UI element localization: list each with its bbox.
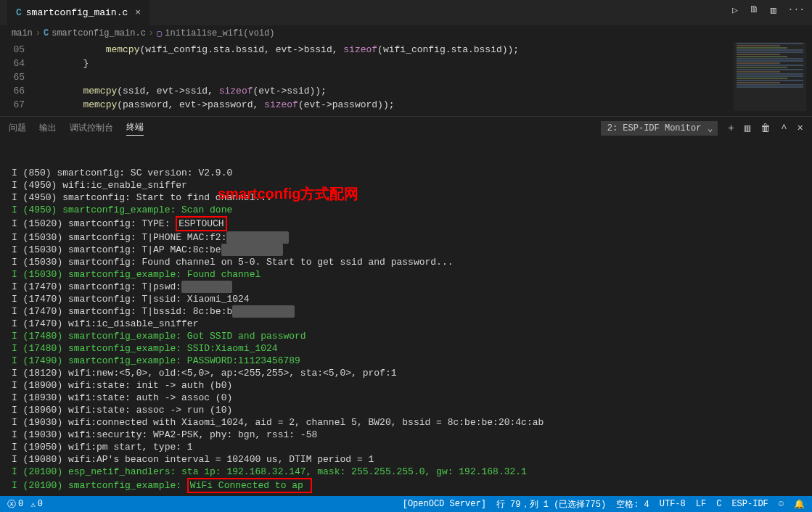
status-idf[interactable]: ESP-IDF bbox=[731, 499, 768, 509]
code-line: 65 bbox=[0, 70, 812, 84]
terminal-line: I (17470) smartconfig: T|pswd: bbox=[12, 281, 806, 293]
error-icon: ⓧ bbox=[7, 498, 16, 511]
terminal-line: I (17470) smartconfig: T|bssid: 8c:be:b bbox=[12, 305, 806, 318]
breadcrumb-item[interactable]: main bbox=[12, 28, 33, 38]
title-actions: ▷ 🗎 ▥ ··· bbox=[732, 4, 805, 16]
c-file-icon: C bbox=[44, 28, 49, 38]
code-text[interactable]: memcpy(ssid, evt->ssid, sizeof(evt->ssid… bbox=[38, 84, 327, 98]
terminal-line: I (19030) wifi:security: WPA2-PSK, phy: … bbox=[12, 429, 806, 441]
breadcrumb[interactable]: main › C smartconfig_main.c › ▢ initiali… bbox=[0, 25, 812, 41]
status-bar: ⓧ 0 ⚠ 0 [OpenOCD Server] 行 79，列 1 (已选择77… bbox=[0, 496, 812, 512]
status-language[interactable]: C bbox=[716, 499, 721, 509]
terminal-line: I (17470) smartconfig: T|ssid: Xiaomi_10… bbox=[12, 293, 806, 305]
terminal-line: I (15020) smartconfig: TYPE: ESPTOUCH bbox=[12, 216, 806, 231]
terminal-line: I (15030) smartconfig: T|AP MAC:8c:be bbox=[12, 244, 806, 256]
line-number: 67 bbox=[0, 98, 38, 112]
terminal-line: I (4950) smartconfig: Start to find chan… bbox=[12, 191, 806, 204]
tab-debug-console[interactable]: 调试控制台 bbox=[70, 122, 113, 134]
terminal-line: I (23120) smartconfig_example: smartconf… bbox=[12, 493, 806, 495]
close-icon[interactable]: × bbox=[135, 7, 141, 18]
breadcrumb-file[interactable]: smartconfig_main.c bbox=[52, 28, 146, 38]
tab-bar: C smartconfig_main.c × ▷ 🗎 ▥ ··· bbox=[0, 0, 812, 25]
line-number: 65 bbox=[0, 70, 38, 84]
terminal-line: I (17480) smartconfig_example: SSID:Xiao… bbox=[12, 342, 806, 355]
maximize-icon[interactable]: ^ bbox=[781, 123, 787, 134]
terminal-selector[interactable]: 2: ESP-IDF Monitor bbox=[601, 121, 718, 136]
tab-filename: smartconfig_main.c bbox=[26, 7, 128, 18]
status-errors[interactable]: ⓧ 0 bbox=[7, 498, 23, 511]
breadcrumb-func[interactable]: initialise_wifi(void) bbox=[165, 28, 274, 38]
code-line: 67 memcpy(password, evt->password, sizeo… bbox=[0, 98, 812, 112]
status-openocd[interactable]: [OpenOCD Server] bbox=[403, 499, 486, 509]
tab-problems[interactable]: 问题 bbox=[9, 122, 26, 134]
terminal-line: I (15030) smartconfig_example: Found cha… bbox=[12, 268, 806, 281]
annotation-text: smartconfig方式配网 bbox=[218, 188, 358, 200]
panel-actions: 2: ESP-IDF Monitor + ▥ 🗑 ^ × bbox=[601, 121, 803, 136]
terminal-line: I (19030) wifi:connected with Xiaomi_102… bbox=[12, 416, 806, 429]
editor[interactable]: 05 memcpy(wifi_config.sta.bssid, evt->bs… bbox=[0, 41, 812, 116]
run-icon[interactable]: ▷ bbox=[732, 4, 738, 16]
code-line: 66 memcpy(ssid, evt->ssid, sizeof(evt->s… bbox=[0, 84, 812, 98]
line-number: 64 bbox=[0, 57, 38, 70]
terminal-line: I (19050) wifi:pm start, type: 1 bbox=[12, 441, 806, 453]
terminal-line: I (4950) smartconfig_example: Scan done bbox=[12, 204, 806, 216]
new-terminal-icon[interactable]: + bbox=[728, 123, 734, 134]
trash-icon[interactable]: 🗑 bbox=[760, 123, 771, 134]
minimap[interactable] bbox=[734, 42, 806, 111]
line-number: 66 bbox=[0, 84, 38, 98]
terminal-line: I (18930) wifi:state: auth -> assoc (0) bbox=[12, 392, 806, 404]
split-editor-icon[interactable]: ▥ bbox=[771, 4, 776, 16]
code-text[interactable]: memcpy(password, evt->password, sizeof(e… bbox=[38, 98, 395, 112]
code-text[interactable]: } bbox=[38, 57, 89, 70]
terminal-line: I (18960) wifi:state: assoc -> run (10) bbox=[12, 404, 806, 416]
terminal-line: I (15030) smartconfig: Found channel on … bbox=[12, 256, 806, 268]
bell-icon[interactable]: 🔔 bbox=[794, 499, 805, 510]
terminal-line: I (20100) esp_netif_handlers: sta ip: 19… bbox=[12, 466, 806, 478]
terminal-line: I (4950) wifi:ic_enable_sniffer bbox=[12, 179, 806, 191]
tab-output[interactable]: 输出 bbox=[39, 122, 57, 134]
status-spaces[interactable]: 空格: 4 bbox=[616, 498, 649, 511]
editor-tab[interactable]: C smartconfig_main.c × bbox=[7, 0, 149, 25]
terminal-line: I (17490) smartconfig_example: PASSWORD:… bbox=[12, 355, 806, 367]
chevron-right-icon: › bbox=[149, 28, 154, 38]
terminal-output[interactable]: smartconfig方式配网 I (850) smartconfig: SC … bbox=[0, 139, 812, 495]
terminal-line: I (20100) smartconfig_example: WiFi Conn… bbox=[12, 478, 806, 493]
chevron-right-icon: › bbox=[36, 28, 41, 38]
warning-icon: ⚠ bbox=[30, 500, 36, 509]
close-panel-icon[interactable]: × bbox=[797, 123, 803, 134]
panel-bar: 问题 输出 调试控制台 终端 2: ESP-IDF Monitor + ▥ 🗑 … bbox=[0, 116, 812, 139]
terminal-line: I (850) smartconfig: SC version: V2.9.0 bbox=[12, 167, 806, 179]
more-icon[interactable]: ··· bbox=[788, 4, 805, 16]
terminal-line: I (18900) wifi:state: init -> auth (b0) bbox=[12, 379, 806, 392]
file-icon[interactable]: 🗎 bbox=[750, 4, 759, 16]
split-terminal-icon[interactable]: ▥ bbox=[745, 122, 750, 134]
terminal-line: I (18120) wifi:new:<5,0>, old:<5,0>, ap:… bbox=[12, 367, 806, 379]
status-cursor[interactable]: 行 79，列 1 (已选择775) bbox=[496, 498, 606, 511]
terminal-line: I (17470) wifi:ic_disable_sniffer bbox=[12, 318, 806, 330]
status-eol[interactable]: LF bbox=[696, 499, 706, 509]
code-line: 64 } bbox=[0, 57, 812, 70]
code-line: 05 memcpy(wifi_config.sta.bssid, evt->bs… bbox=[0, 43, 812, 57]
line-number: 05 bbox=[0, 43, 38, 57]
c-file-icon: C bbox=[16, 7, 22, 18]
terminal-line: I (19080) wifi:AP's beacon interval = 10… bbox=[12, 453, 806, 466]
tab-terminal[interactable]: 终端 bbox=[126, 121, 144, 136]
function-icon: ▢ bbox=[157, 28, 162, 39]
status-warnings[interactable]: ⚠ 0 bbox=[30, 499, 43, 509]
terminal-line: I (15030) smartconfig: T|PHONE MAC:f2: bbox=[12, 231, 806, 244]
feedback-icon[interactable]: ☺ bbox=[779, 499, 784, 509]
terminal-line: I (17480) smartconfig_example: Got SSID … bbox=[12, 330, 806, 342]
code-text[interactable]: memcpy(wifi_config.sta.bssid, evt->bssid… bbox=[38, 43, 519, 57]
status-encoding[interactable]: UTF-8 bbox=[660, 499, 686, 509]
